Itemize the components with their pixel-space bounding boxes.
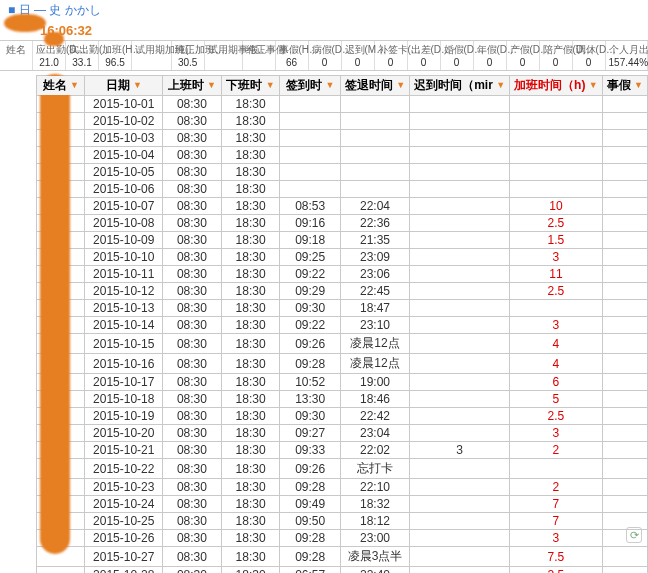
table-row[interactable]: 2015-10-1708:3018:3010:5219:006 [37, 374, 648, 391]
cell: 22:36 [340, 215, 409, 232]
table-row[interactable]: 2015-10-0408:3018:30 [37, 147, 648, 164]
cell: 22:02 [340, 442, 409, 459]
cell [340, 130, 409, 147]
table-row[interactable]: 2015-10-2308:3018:3009:2822:102 [37, 479, 648, 496]
table-row[interactable]: 2015-10-0808:3018:3009:1622:362.5 [37, 215, 648, 232]
table-row[interactable]: 2015-10-1808:3018:3013:3018:465 [37, 391, 648, 408]
cell: 09:28 [280, 547, 340, 567]
cell: 22:42 [340, 408, 409, 425]
cell: 11 [510, 266, 603, 283]
table-row[interactable]: 2015-10-1908:3018:3009:3022:422.5 [37, 408, 648, 425]
cell [410, 408, 510, 425]
cell [280, 181, 340, 198]
table-row[interactable]: 2015-10-2508:3018:3009:5018:127 [37, 513, 648, 530]
cell: 2015-10-13 [85, 300, 163, 317]
table-row[interactable]: 2015-10-1308:3018:3009:3018:47 [37, 300, 648, 317]
cell: 08:30 [163, 567, 222, 574]
table-row[interactable]: 2015-10-0908:3018:3009:1821:351.5 [37, 232, 648, 249]
cell: 忘打卡 [340, 459, 409, 479]
cell [410, 249, 510, 266]
summary-cell: 年假(D…0 [474, 41, 507, 70]
table-row[interactable]: 2015-10-1008:3018:3009:2523:093 [37, 249, 648, 266]
cell: 08:30 [163, 198, 222, 215]
table-row[interactable]: 2015-10-1108:3018:3009:2223:0611 [37, 266, 648, 283]
cell: 3 [510, 249, 603, 266]
table-row[interactable]: 2015-10-2208:3018:3009:26忘打卡 [37, 459, 648, 479]
cell: 2015-10-18 [85, 391, 163, 408]
cell: 18:30 [221, 198, 280, 215]
column-header[interactable]: 事假 ▼ [602, 76, 647, 96]
table-row[interactable]: 2015-10-0108:3018:30 [37, 96, 648, 113]
table-row[interactable]: 2015-10-0708:3018:3008:5322:0410 [37, 198, 648, 215]
summary-value: 0 [576, 57, 602, 68]
cell: 2015-10-12 [85, 283, 163, 300]
table-row[interactable]: 2015-10-2608:3018:3009:2823:003 [37, 530, 648, 547]
table-row[interactable]: 2015-10-1208:3018:3009:2922:452.5 [37, 283, 648, 300]
summary-value: 0 [543, 57, 569, 68]
table-row[interactable]: 2015-10-0608:3018:30 [37, 181, 648, 198]
summary-header: 加班(H… [102, 43, 128, 57]
column-header[interactable]: 日期 ▼ [85, 76, 163, 96]
column-header[interactable]: 姓名 ▼ [37, 76, 85, 96]
cell: 09:22 [280, 317, 340, 334]
cell: 2015-10-28 [85, 567, 163, 574]
cell: 09:50 [280, 513, 340, 530]
cell [510, 130, 603, 147]
column-header[interactable]: 下班时 ▼ [221, 76, 280, 96]
summary-cell: 纯正事假… [243, 41, 276, 70]
cell: 08:30 [163, 374, 222, 391]
table-row[interactable]: 2015-10-1508:3018:3009:26凌晨12点4 [37, 334, 648, 354]
cell: 08:30 [163, 232, 222, 249]
cell: 2 [510, 479, 603, 496]
table-row[interactable]: 2015-10-1408:3018:3009:2223:103 [37, 317, 648, 334]
table-row[interactable]: 2015-10-1608:3018:3009:28凌晨12点4 [37, 354, 648, 374]
refresh-icon[interactable]: ⟳ [626, 527, 642, 543]
cell: 2015-10-09 [85, 232, 163, 249]
cell [410, 147, 510, 164]
cell: 23:10 [340, 317, 409, 334]
cell [280, 113, 340, 130]
column-header[interactable]: 签到时 ▼ [280, 76, 340, 96]
table-row[interactable]: 2015-10-0508:3018:30 [37, 164, 648, 181]
table-row[interactable]: 2015-10-2708:3018:3009:28凌晨3点半7.5 [37, 547, 648, 567]
cell: 08:30 [163, 496, 222, 513]
top-link[interactable]: ■ 日 ― 史 かかし [0, 0, 648, 21]
cell [510, 459, 603, 479]
summary-value: 0 [411, 57, 437, 68]
redaction-blob [4, 14, 46, 32]
cell [410, 374, 510, 391]
table-row[interactable]: 2015-10-0308:3018:30 [37, 130, 648, 147]
cell: 09:28 [280, 530, 340, 547]
column-header[interactable]: 签退时间 ▼ [340, 76, 409, 96]
table-row[interactable]: 2015-10-2408:3018:3009:4918:327 [37, 496, 648, 513]
summary-cell: 调休(D…0 [573, 41, 606, 70]
cell [602, 96, 647, 113]
summary-header: 年假(D… [477, 43, 503, 57]
cell: 2.5 [510, 408, 603, 425]
cell: 08:30 [163, 479, 222, 496]
summary-cell: 姓名 [0, 41, 33, 70]
cell [410, 113, 510, 130]
table-row[interactable]: 2015-10-2008:3018:3009:2723:043 [37, 425, 648, 442]
summary-header: 姓名 [3, 43, 29, 57]
cell: 23:06 [340, 266, 409, 283]
column-header[interactable]: 加班时间（h) ▼ [510, 76, 603, 96]
column-header[interactable]: 上班时 ▼ [163, 76, 222, 96]
summary-header: 调休(D… [576, 43, 602, 57]
cell: 凌晨12点 [340, 334, 409, 354]
table-row[interactable]: 2015-10-2108:3018:3009:3322:0232 [37, 442, 648, 459]
cell [602, 249, 647, 266]
cell: 22:10 [340, 479, 409, 496]
cell: 18:30 [221, 334, 280, 354]
cell [410, 198, 510, 215]
cell: 09:16 [280, 215, 340, 232]
cell: 18:30 [221, 479, 280, 496]
column-header[interactable]: 迟到时间（mir ▼ [410, 76, 510, 96]
sort-arrow-icon: ▼ [266, 80, 275, 90]
cell: 08:30 [163, 513, 222, 530]
table-row[interactable]: 2015-10-0208:3018:30 [37, 113, 648, 130]
cell: 09:30 [280, 300, 340, 317]
cell: 18:30 [221, 408, 280, 425]
table-row[interactable]: 2015-10-2808:3018:3006:5722:402.5 [37, 567, 648, 574]
cell: 08:30 [163, 96, 222, 113]
